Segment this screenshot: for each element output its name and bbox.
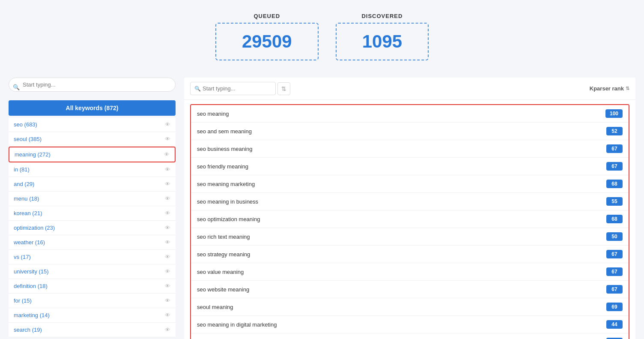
keyword-row[interactable]: seo meaning in digital marketing 44 [191, 316, 629, 333]
queued-value-box: 29509 [215, 23, 319, 60]
panel-header: 🔍 ⇅ Kparser rank ⇅ [184, 78, 635, 100]
keyword-name: seo and sem meaning [197, 128, 606, 135]
keyword-name: seo website meaning [197, 286, 606, 293]
keyword-row[interactable]: seo strategy meaning 67 [191, 246, 629, 263]
keyword-rank: 52 [606, 127, 623, 135]
keyword-name: seo friendly meaning [197, 163, 606, 170]
eye-icon[interactable]: 👁 [165, 225, 170, 231]
keyword-link[interactable]: marketing (14) [14, 312, 50, 318]
sidebar-keyword-item[interactable]: korean (21) 👁 [9, 206, 176, 221]
keyword-row[interactable]: seo friendly meaning 67 [191, 158, 629, 175]
keyword-row[interactable]: seo rich text meaning 50 [191, 228, 629, 246]
keyword-link[interactable]: definition (18) [14, 283, 48, 289]
sort-icon-button[interactable]: ⇅ [277, 82, 290, 95]
eye-icon[interactable]: 👁 [165, 283, 170, 289]
keyword-link[interactable]: optimization (23) [14, 225, 55, 231]
sidebar-keyword-item[interactable]: in (81) 👁 [9, 162, 176, 177]
sidebar-keyword-item[interactable]: meaning (272) 👁 [9, 147, 176, 162]
sidebar-keyword-item[interactable]: marketing (14) 👁 [9, 308, 176, 323]
keyword-link[interactable]: meaning (272) [15, 151, 51, 158]
eye-icon[interactable]: 👁 [165, 210, 170, 216]
keyword-list: seo (683) 👁 seoul (385) 👁 meaning (272) … [9, 117, 176, 337]
panel-content: seo meaning 100 seo and sem meaning 52 s… [184, 100, 635, 339]
sidebar-keyword-item[interactable]: optimization (23) 👁 [9, 221, 176, 235]
keyword-name: seo meaning [197, 111, 605, 117]
keyword-name: seo business meaning [197, 146, 606, 152]
panel-search-wrapper: 🔍 [190, 82, 276, 95]
keyword-rank: 67 [606, 144, 623, 153]
keyword-link[interactable]: university (15) [14, 268, 49, 275]
all-keywords-button[interactable]: All keywords (872) [9, 100, 176, 116]
discovered-value-box: 1095 [336, 23, 429, 60]
sidebar-keyword-item[interactable]: seoul (385) 👁 [9, 132, 176, 147]
keyword-name: seo meaning marketing [197, 181, 606, 187]
keyword-row[interactable]: seo website meaning 67 [191, 281, 629, 298]
keyword-link[interactable]: and (29) [14, 181, 34, 187]
sidebar-keyword-item[interactable]: university (15) 👁 [9, 264, 176, 279]
eye-icon[interactable]: 👁 [165, 312, 170, 318]
sidebar-keyword-item[interactable]: vs (17) 👁 [9, 250, 176, 264]
keyword-row[interactable]: seo and sem meaning 52 [191, 123, 629, 140]
keyword-rank: 55 [606, 197, 623, 206]
sidebar-search-input[interactable] [9, 78, 176, 92]
col-header: Kparser rank ⇅ [590, 85, 629, 92]
sidebar-keyword-item[interactable]: and (29) 👁 [9, 177, 176, 192]
keyword-link[interactable]: menu (18) [14, 195, 39, 202]
keyword-link[interactable]: seo (683) [14, 121, 37, 128]
sidebar-keyword-item[interactable]: weather (16) 👁 [9, 235, 176, 250]
keyword-name: seo meaning in digital marketing [197, 321, 606, 328]
keyword-link[interactable]: korean (21) [14, 210, 42, 216]
sidebar-keyword-item[interactable]: for (15) 👁 [9, 294, 176, 308]
sidebar-search-icon: 🔍 [13, 84, 20, 90]
keyword-row[interactable]: seo value meaning 67 [191, 263, 629, 281]
keyword-link[interactable]: in (81) [14, 166, 30, 173]
eye-icon[interactable]: 👁 [165, 166, 170, 173]
eye-icon[interactable]: 👁 [165, 121, 170, 128]
highlighted-section: seo meaning 100 seo and sem meaning 52 s… [190, 104, 629, 339]
keyword-link[interactable]: weather (16) [14, 239, 45, 246]
keyword-rank: 100 [605, 109, 623, 118]
eye-icon[interactable]: 👁 [165, 254, 170, 260]
keyword-link[interactable]: vs (17) [14, 254, 31, 260]
highlighted-keywords-section: seo meaning 100 seo and sem meaning 52 s… [190, 104, 629, 339]
keyword-rank: 67 [606, 250, 623, 258]
eye-icon[interactable]: 👁 [165, 327, 170, 333]
keyword-row[interactable]: seoul meaning 69 [191, 298, 629, 316]
queued-value: 29509 [242, 31, 292, 52]
panel-search-icon: 🔍 [194, 86, 201, 92]
sidebar-keyword-item[interactable]: seo (683) 👁 [9, 117, 176, 132]
queued-stat: QUEUED 29509 [215, 13, 319, 60]
keyword-name: seo optimization meaning [197, 216, 606, 222]
keyword-link[interactable]: search (19) [14, 327, 42, 333]
eye-icon[interactable]: 👁 [165, 297, 170, 304]
keyword-row[interactable]: seo meaning in business 55 [191, 193, 629, 210]
eye-icon[interactable]: 👁 [165, 268, 170, 275]
eye-icon[interactable]: 👁 [165, 195, 170, 202]
keyword-rank: 44 [606, 320, 623, 329]
sidebar-keyword-item[interactable]: search (19) 👁 [9, 323, 176, 337]
discovered-stat: DISCOVERED 1095 [336, 13, 429, 60]
keyword-row[interactable]: seo business meaning 67 [191, 140, 629, 158]
keyword-name: seo rich text meaning [197, 234, 606, 240]
keyword-rank: 67 [606, 285, 623, 294]
keyword-rank: 68 [606, 215, 623, 223]
keyword-row[interactable]: seo meaning 100 [191, 105, 629, 123]
keyword-rank: 69 [606, 303, 623, 311]
keyword-link[interactable]: for (15) [14, 297, 32, 304]
keyword-name: seo value meaning [197, 269, 606, 275]
eye-icon[interactable]: 👁 [165, 136, 170, 142]
sidebar: 🔍 All keywords (872) seo (683) 👁 seoul (… [9, 78, 176, 339]
keyword-row[interactable]: seo optimization meaning 68 [191, 210, 629, 228]
eye-icon[interactable]: 👁 [164, 151, 170, 158]
sidebar-keyword-item[interactable]: menu (18) 👁 [9, 192, 176, 206]
keyword-row[interactable]: seo meaning marketing 68 [191, 175, 629, 193]
eye-icon[interactable]: 👁 [165, 239, 170, 246]
discovered-label: DISCOVERED [361, 13, 402, 19]
sort-arrows-icon: ⇅ [626, 86, 629, 91]
panel-search-input[interactable] [190, 82, 276, 95]
sidebar-keyword-item[interactable]: definition (18) 👁 [9, 279, 176, 294]
keyword-name: seoul meaning [197, 304, 606, 310]
keyword-row[interactable]: seo meaning job 67 [191, 333, 629, 339]
eye-icon[interactable]: 👁 [165, 181, 170, 187]
keyword-link[interactable]: seoul (385) [14, 136, 42, 142]
